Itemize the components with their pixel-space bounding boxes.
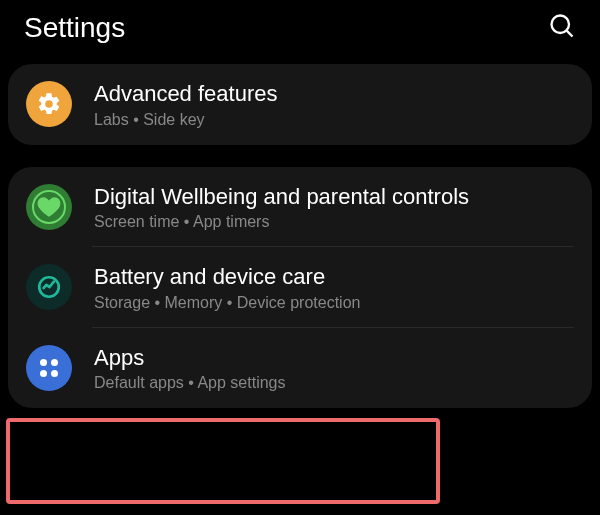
device-care-icon — [26, 264, 72, 310]
settings-header: Settings — [0, 0, 600, 64]
svg-point-0 — [552, 16, 570, 34]
settings-group: Digital Wellbeing and parental controls … — [8, 167, 592, 409]
item-subtitle: Default apps • App settings — [94, 374, 286, 392]
svg-line-1 — [567, 31, 573, 37]
highlight-annotation — [6, 418, 440, 504]
gear-icon — [26, 81, 72, 127]
item-title: Advanced features — [94, 80, 277, 109]
settings-item-advanced-features[interactable]: Advanced features Labs • Side key — [8, 64, 592, 145]
wellbeing-icon — [26, 184, 72, 230]
settings-group: Advanced features Labs • Side key — [8, 64, 592, 145]
search-icon[interactable] — [548, 12, 576, 44]
item-text: Apps Default apps • App settings — [94, 344, 286, 393]
apps-icon — [26, 345, 72, 391]
item-text: Advanced features Labs • Side key — [94, 80, 277, 129]
item-subtitle: Screen time • App timers — [94, 213, 469, 231]
settings-item-battery-device-care[interactable]: Battery and device care Storage • Memory… — [8, 247, 592, 328]
item-text: Digital Wellbeing and parental controls … — [94, 183, 469, 232]
settings-item-apps[interactable]: Apps Default apps • App settings — [8, 328, 592, 409]
item-subtitle: Labs • Side key — [94, 111, 277, 129]
item-title: Digital Wellbeing and parental controls — [94, 183, 469, 212]
page-title: Settings — [24, 12, 125, 44]
item-subtitle: Storage • Memory • Device protection — [94, 294, 360, 312]
item-text: Battery and device care Storage • Memory… — [94, 263, 360, 312]
item-title: Apps — [94, 344, 286, 373]
settings-item-digital-wellbeing[interactable]: Digital Wellbeing and parental controls … — [8, 167, 592, 248]
item-title: Battery and device care — [94, 263, 360, 292]
